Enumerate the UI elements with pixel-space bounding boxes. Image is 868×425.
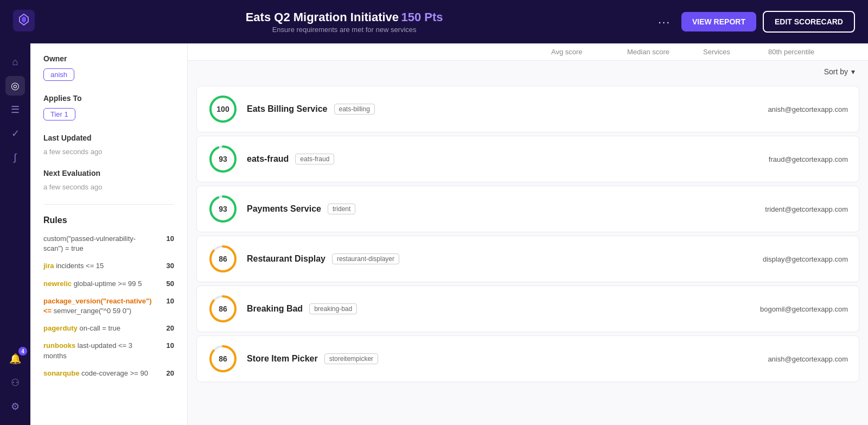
service-name: Payments Service bbox=[247, 204, 321, 214]
rule-row: pagerduty on-call = true20 bbox=[43, 323, 174, 333]
sidebar-item-check[interactable]: ✓ bbox=[5, 124, 25, 143]
main-layout: ⌂ ◎ ☰ ✓ ∫ 🔔 4 ⚇ ⚙ Owner anish Applies To… bbox=[0, 43, 868, 425]
logo bbox=[13, 10, 35, 34]
last-updated-section: Last Updated a few seconds ago bbox=[43, 134, 174, 156]
rule-points: 10 bbox=[161, 341, 174, 351]
service-info: Restaurant Displayrestaurant-displayer bbox=[247, 253, 754, 264]
header-subtitle: Ensure requirements are met for new serv… bbox=[246, 26, 443, 34]
rule-text: pagerduty on-call = true bbox=[43, 323, 155, 333]
service-tag: storeitempicker bbox=[324, 353, 378, 364]
rule-row: newrelic global-uptime >= 99 550 bbox=[43, 279, 174, 289]
service-name: Eats Billing Service bbox=[247, 104, 328, 114]
score-circle: 93 bbox=[208, 144, 238, 174]
score-circle: 86 bbox=[208, 244, 238, 274]
col-percentile: 80th percentile bbox=[768, 48, 855, 56]
rule-text: jira incidents <= 15 bbox=[43, 261, 155, 271]
next-eval-value: a few seconds ago bbox=[43, 183, 174, 191]
rule-points: 20 bbox=[161, 369, 174, 378]
header-actions: ··· VIEW REPORT EDIT SCORECARD bbox=[654, 11, 855, 33]
more-options-button[interactable]: ··· bbox=[654, 14, 675, 30]
rule-text: newrelic global-uptime >= 99 5 bbox=[43, 279, 155, 289]
rule-points: 30 bbox=[161, 261, 174, 271]
service-tag: breaking-bad bbox=[309, 303, 357, 314]
left-panel: Owner anish Applies To Tier 1 Last Updat… bbox=[30, 43, 188, 425]
owner-section: Owner anish bbox=[43, 54, 174, 81]
top-header: Eats Q2 Migration Initiative 150 Pts Ens… bbox=[0, 0, 868, 43]
service-info: Breaking Badbreaking-bad bbox=[247, 303, 751, 314]
rules-title: Rules bbox=[43, 204, 174, 225]
sidebar-item-badge[interactable]: 🔔 4 bbox=[5, 349, 25, 369]
rules-list: custom("passed-vulnerability-scan") = tr… bbox=[43, 234, 174, 378]
last-updated-value: a few seconds ago bbox=[43, 148, 174, 156]
col-avg-score: Avg score bbox=[551, 48, 627, 56]
score-value: 100 bbox=[216, 105, 229, 113]
score-value: 86 bbox=[219, 255, 227, 263]
col-median-score: Median score bbox=[627, 48, 703, 56]
rule-points: 50 bbox=[161, 279, 174, 289]
rule-text: custom("passed-vulnerability-scan") = tr… bbox=[43, 234, 155, 253]
service-email: fraud@getcortexapp.com bbox=[769, 155, 848, 163]
right-panel: Avg score Median score Services 80th per… bbox=[188, 43, 868, 425]
score-value: 93 bbox=[219, 155, 227, 163]
sidebar-item-settings[interactable]: ⚙ bbox=[5, 397, 25, 416]
rule-row: jira incidents <= 1530 bbox=[43, 261, 174, 271]
applies-to-section: Applies To Tier 1 bbox=[43, 94, 174, 120]
service-row[interactable]: 86 Store Item Pickerstoreitempickeranish… bbox=[196, 335, 859, 382]
rule-text: sonarqube code-coverage >= 90 bbox=[43, 369, 155, 378]
score-circle: 100 bbox=[208, 94, 238, 124]
sort-bar: Sort by ▾ bbox=[188, 61, 868, 83]
score-circle: 93 bbox=[208, 194, 238, 224]
rule-row: sonarqube code-coverage >= 9020 bbox=[43, 369, 174, 378]
sidebar-item-scorecard[interactable]: ◎ bbox=[5, 76, 25, 96]
service-tag: eats-fraud bbox=[295, 154, 334, 164]
owner-label: Owner bbox=[43, 54, 174, 63]
services-list: 100 Eats Billing Serviceeats-billinganis… bbox=[188, 86, 868, 382]
service-row[interactable]: 100 Eats Billing Serviceeats-billinganis… bbox=[196, 86, 859, 132]
score-value: 86 bbox=[219, 305, 227, 313]
service-name: Restaurant Display bbox=[247, 254, 326, 264]
sidebar-item-list[interactable]: ☰ bbox=[5, 100, 25, 119]
rule-text: package_version("react-native") <= semve… bbox=[43, 296, 155, 316]
sidebar-item-team[interactable]: ⚇ bbox=[5, 373, 25, 392]
score-value: 93 bbox=[219, 205, 227, 213]
rule-row: package_version("react-native") <= semve… bbox=[43, 296, 174, 316]
col-services: Services bbox=[703, 48, 768, 56]
next-eval-label: Next Evaluation bbox=[43, 169, 174, 177]
view-report-button[interactable]: VIEW REPORT bbox=[681, 12, 756, 31]
service-tag: eats-billing bbox=[334, 104, 375, 115]
service-row[interactable]: 93 eats-fraudeats-fraudfraud@getcortexap… bbox=[196, 136, 859, 182]
page-title: Eats Q2 Migration Initiative bbox=[246, 10, 399, 24]
service-tag: trident bbox=[328, 204, 355, 214]
service-info: eats-fraudeats-fraud bbox=[247, 154, 760, 164]
rule-row: runbooks last-updated <= 3 months10 bbox=[43, 341, 174, 360]
applies-to-label: Applies To bbox=[43, 94, 174, 103]
service-email: anish@getcortexapp.com bbox=[768, 355, 848, 363]
rule-points: 20 bbox=[161, 323, 174, 333]
service-info: Eats Billing Serviceeats-billing bbox=[247, 104, 759, 115]
score-value: 86 bbox=[219, 354, 227, 363]
sort-by-button[interactable]: Sort by ▾ bbox=[824, 67, 855, 76]
rule-points: 10 bbox=[161, 234, 174, 244]
next-eval-section: Next Evaluation a few seconds ago bbox=[43, 169, 174, 191]
column-headers: Avg score Median score Services 80th per… bbox=[188, 43, 868, 61]
last-updated-label: Last Updated bbox=[43, 134, 174, 142]
score-circle: 86 bbox=[208, 344, 238, 374]
owner-tag[interactable]: anish bbox=[43, 68, 74, 81]
sidebar-item-home[interactable]: ⌂ bbox=[5, 52, 25, 72]
service-email: anish@getcortexapp.com bbox=[768, 105, 848, 113]
service-info: Store Item Pickerstoreitempicker bbox=[247, 353, 759, 364]
service-row[interactable]: 86 Restaurant Displayrestaurant-displaye… bbox=[196, 236, 859, 282]
service-row[interactable]: 93 Payments Servicetridenttrident@getcor… bbox=[196, 186, 859, 232]
tier-tag[interactable]: Tier 1 bbox=[43, 108, 75, 120]
score-circle: 86 bbox=[208, 294, 238, 324]
service-email: trident@getcortexapp.com bbox=[765, 205, 848, 213]
sidebar-item-wave[interactable]: ∫ bbox=[5, 148, 25, 167]
service-info: Payments Servicetrident bbox=[247, 204, 756, 214]
service-name: eats-fraud bbox=[247, 154, 289, 164]
service-row[interactable]: 86 Breaking Badbreaking-badbogomil@getco… bbox=[196, 286, 859, 332]
edit-scorecard-button[interactable]: EDIT SCORECARD bbox=[763, 11, 855, 33]
header-pts: 150 Pts bbox=[401, 10, 443, 24]
service-name: Store Item Picker bbox=[247, 354, 318, 364]
rule-row: custom("passed-vulnerability-scan") = tr… bbox=[43, 234, 174, 253]
badge-count: 4 bbox=[18, 347, 27, 356]
